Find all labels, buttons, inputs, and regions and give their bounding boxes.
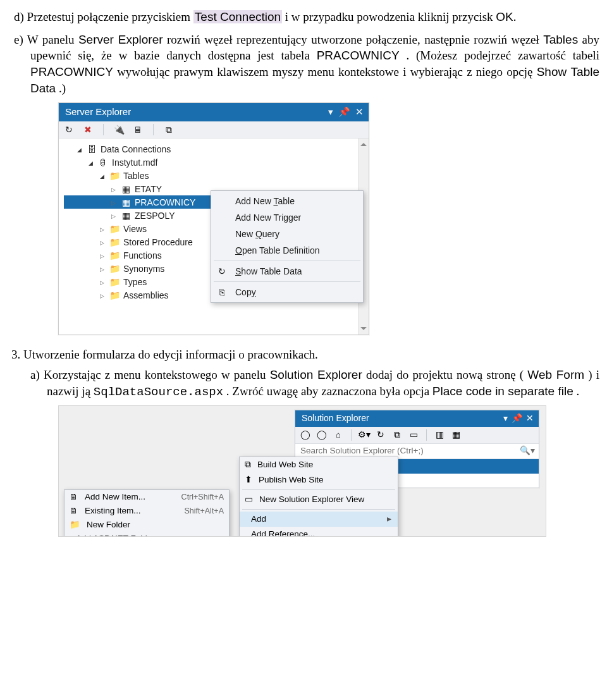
- text: .): [59, 82, 66, 95]
- dropdown-icon[interactable]: ▾: [328, 106, 333, 118]
- db-group-icon: 🗄: [87, 144, 97, 154]
- publish-icon: ⬆: [245, 474, 252, 486]
- refresh-icon[interactable]: ↻: [64, 125, 74, 135]
- stop-icon[interactable]: ✖: [83, 125, 93, 135]
- heading-3: 3. Utworzenie formularza do edycji infor…: [11, 347, 599, 363]
- panel-title-bar[interactable]: Solution Explorer ▾ 📌 ✕: [295, 410, 539, 427]
- collapse-icon[interactable]: ⧉: [392, 430, 402, 440]
- ctx-build-web-site[interactable]: ⧉ Build Web Site: [240, 457, 398, 472]
- solution-explorer-screenshot: Solution Explorer ▾ 📌 ✕ ◯ ◯ ⌂ ⚙▾ ↻ ⧉ ▭ ▥…: [58, 405, 599, 537]
- sub-existing-item[interactable]: 🗎 Existing Item... Shift+Alt+A: [64, 504, 229, 518]
- context-menu: Add New Table Add New Trigger New Query …: [211, 190, 364, 303]
- search-icon: 🔍▾: [520, 445, 535, 457]
- panel-title: Server Explorer: [65, 106, 131, 118]
- folder-icon: 📁: [109, 250, 120, 261]
- connect-db-icon[interactable]: 🔌: [114, 125, 124, 135]
- server-explorer-label: Server Explorer: [78, 33, 163, 46]
- new-folder-icon: 📁: [70, 519, 80, 531]
- table-icon: ▦: [121, 184, 131, 194]
- panel-toolbar: ◯ ◯ ⌂ ⚙▾ ↻ ⧉ ▭ ▥ ▦: [295, 427, 539, 444]
- web-form-label: Web Form: [527, 368, 584, 381]
- para-d: d) Przetestuj połączenie przyciskiem Tes…: [30, 9, 599, 25]
- connect-server-icon[interactable]: 🖥: [133, 125, 143, 135]
- para-e: e) W panelu Server Explorer rozwiń węzeł…: [30, 32, 599, 97]
- pracownicy-label: PRACOWNICY: [317, 49, 400, 62]
- table-icon: ▦: [121, 197, 131, 207]
- tables-label: Tables: [543, 33, 578, 46]
- text: . (Możesz podejrzeć zawartość tabeli: [406, 49, 599, 62]
- search-placeholder: Search Solution Explorer (Ctrl+;): [300, 445, 516, 457]
- panel-title-bar[interactable]: Server Explorer ▾ 📌 ✕: [59, 103, 369, 121]
- solution-explorer-label: Solution Explorer: [270, 368, 362, 381]
- folder-icon: 📁: [109, 290, 120, 300]
- existing-item-icon: 🗎: [70, 505, 78, 517]
- folder-icon: 📁: [109, 264, 120, 274]
- text: . Zwróć uwagę aby zaznaczona była opcja: [226, 384, 432, 398]
- server-explorer-screenshot: Server Explorer ▾ 📌 ✕ ↻ ✖ 🔌 🖥 ⧉ 🗄 Data C…: [58, 102, 599, 335]
- text: .: [576, 384, 579, 398]
- refresh-icon: ↻: [216, 266, 228, 277]
- close-icon[interactable]: ✕: [355, 106, 364, 118]
- text: e) W panelu: [14, 33, 78, 46]
- ctx-new-query[interactable]: New Query: [211, 226, 363, 242]
- text: dodaj do projektu nową stronę (: [366, 368, 524, 381]
- show-all-icon[interactable]: ▦: [451, 430, 461, 440]
- pin-icon[interactable]: 📌: [338, 106, 350, 118]
- filename: SqlDataSource.aspx: [94, 385, 223, 399]
- text: wywołując prawym klawiszem myszy menu ko…: [117, 65, 537, 78]
- panel-title: Solution Explorer: [302, 412, 369, 424]
- folder-icon: 📁: [109, 277, 120, 287]
- place-code-label: Place code in separate file: [432, 384, 573, 398]
- dropdown-icon[interactable]: ▾: [503, 412, 508, 424]
- ctx-copy[interactable]: ⎘ Copy: [211, 284, 363, 300]
- tree-node-db[interactable]: 🛢 Instytut.mdf: [64, 156, 366, 169]
- ctx-add-reference[interactable]: Add Reference...: [240, 527, 398, 537]
- sub-add-aspnet-folder[interactable]: Add ASP.NET Folder: [64, 532, 229, 537]
- forward-icon[interactable]: ◯: [317, 430, 327, 440]
- ctx-add-new-table[interactable]: Add New Table: [211, 193, 363, 209]
- para-a: a) Korzystając z menu kontekstowego w pa…: [47, 367, 599, 400]
- ctx-add-new-trigger[interactable]: Add New Trigger: [211, 209, 363, 226]
- ok-label: OK: [496, 10, 513, 23]
- new-item-icon: 🗎: [70, 491, 78, 503]
- folder-icon: 📁: [109, 237, 120, 247]
- build-icon: ⧉: [245, 459, 251, 470]
- text: .: [513, 10, 517, 23]
- properties-icon[interactable]: ▭: [408, 430, 419, 440]
- shortcut: Shift+Alt+A: [184, 506, 224, 517]
- shortcut: Ctrl+Shift+A: [181, 492, 224, 503]
- add-submenu: 🗎 Add New Item... Ctrl+Shift+A 🗎 Existin…: [64, 489, 230, 537]
- gear-icon[interactable]: ⚙▾: [359, 430, 369, 440]
- submenu-arrow-icon: ▸: [387, 513, 391, 525]
- table-icon: ▦: [121, 211, 131, 221]
- close-icon[interactable]: ✕: [526, 412, 534, 424]
- ctx-show-table-data[interactable]: ↻ Show Table Data: [211, 263, 363, 279]
- ctx-publish-web-site[interactable]: ⬆ Publish Web Site: [240, 472, 398, 488]
- sub-add-new-item[interactable]: 🗎 Add New Item... Ctrl+Shift+A: [64, 490, 229, 504]
- folder-icon: 📁: [109, 171, 120, 181]
- home-icon[interactable]: ⌂: [333, 430, 343, 440]
- tree-node-tables[interactable]: 📁 Tables: [64, 169, 366, 182]
- ctx-add[interactable]: Add ▸: [240, 512, 398, 527]
- hl-test-connection: Test Connection: [193, 10, 282, 23]
- database-icon: 🛢: [98, 157, 108, 168]
- refresh-icon[interactable]: ↻: [376, 430, 386, 440]
- text: i w przypadku powodzenia kliknij przycis…: [285, 10, 496, 23]
- tree-node-data-connections[interactable]: 🗄 Data Connections: [64, 142, 366, 156]
- text: rozwiń węzeł reprezentujący utworzone po…: [167, 33, 543, 46]
- copy-icon: ⎘: [216, 286, 228, 298]
- ctx-new-view[interactable]: ▭ New Solution Explorer View: [240, 492, 398, 507]
- pracownicy-label-2: PRACOWNICY: [30, 65, 113, 78]
- services-icon[interactable]: ⧉: [164, 125, 174, 135]
- back-icon[interactable]: ◯: [300, 430, 310, 440]
- folder-icon: 📁: [109, 224, 120, 234]
- text: d) Przetestuj połączenie przyciskiem: [14, 10, 193, 23]
- view-icon[interactable]: ▥: [434, 430, 445, 440]
- window-icon: ▭: [245, 494, 253, 505]
- sub-new-folder[interactable]: 📁 New Folder: [64, 518, 229, 532]
- ctx-open-table-definition[interactable]: Open Table Definition: [211, 242, 363, 259]
- pin-icon[interactable]: 📌: [512, 412, 522, 424]
- solution-context-menu: ⧉ Build Web Site ⬆ Publish Web Site ▭ Ne…: [239, 457, 398, 537]
- text: a) Korzystając z menu kontekstowego w pa…: [30, 368, 270, 381]
- panel-toolbar: ↻ ✖ 🔌 🖥 ⧉: [59, 121, 369, 138]
